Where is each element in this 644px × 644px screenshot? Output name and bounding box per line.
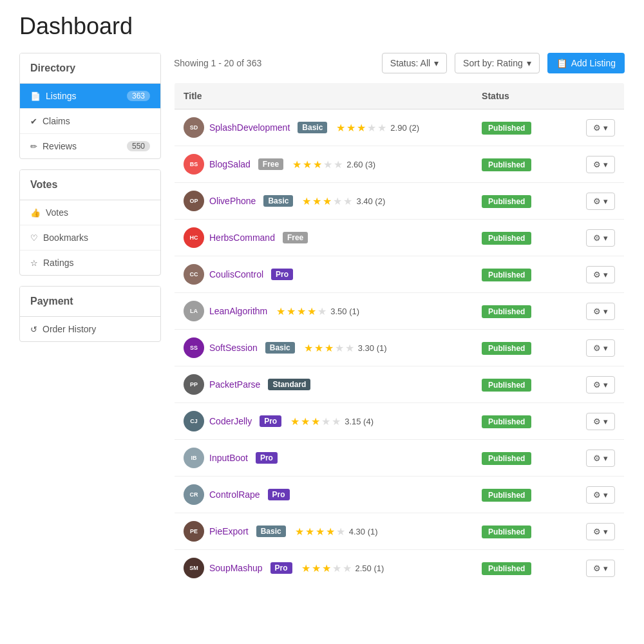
avatar: CR bbox=[184, 484, 204, 505]
listing-badge: Basic bbox=[265, 342, 295, 354]
listing-action-button[interactable]: ⚙ ▾ bbox=[586, 486, 615, 504]
listing-action-cell: ⚙ ▾ bbox=[573, 146, 625, 183]
listing-name[interactable]: BlogSalad bbox=[209, 159, 251, 169]
listing-name[interactable]: ControlRape bbox=[209, 489, 260, 500]
add-listing-button[interactable]: 📋 Add Listing bbox=[547, 53, 625, 73]
listing-action-button[interactable]: ⚙ ▾ bbox=[586, 229, 615, 247]
listing-action-cell: ⚙ ▾ bbox=[573, 183, 625, 220]
listing-name[interactable]: OlivePhone bbox=[209, 196, 256, 206]
listing-name-wrapper: SD SplashDevelopment Basic ★★★★★2.90 (2) bbox=[184, 117, 464, 138]
listing-name[interactable]: CoderJelly bbox=[209, 416, 252, 426]
star-5: ★ bbox=[343, 195, 352, 207]
avatar-text: CR bbox=[190, 491, 198, 498]
listing-action-button[interactable]: ⚙ ▾ bbox=[586, 193, 615, 210]
listing-name[interactable]: SplashDevelopment bbox=[209, 122, 290, 133]
listing-action-button[interactable]: ⚙ ▾ bbox=[586, 450, 615, 467]
main-header: Showing 1 - 20 of 363 Status: All ▾ Sort… bbox=[174, 53, 625, 73]
star-4: ★ bbox=[321, 415, 330, 428]
listing-name[interactable]: PacketParse bbox=[209, 379, 260, 390]
listing-action-cell: ⚙ ▾ bbox=[573, 477, 625, 513]
table-row: CC CoulisControl Pro Published ⚙ ▾ bbox=[175, 256, 625, 293]
star-4: ★ bbox=[323, 158, 332, 171]
listing-name[interactable]: InputBoot bbox=[209, 453, 248, 463]
sidebar-section-votes: Votes 👍 Votes ♡ Bookmarks ☆ Ratings bbox=[19, 169, 161, 276]
action-chevron-icon: ▾ bbox=[603, 527, 608, 536]
listing-name-wrapper: BS BlogSalad Free ★★★★★2.60 (3) bbox=[184, 154, 464, 175]
listing-status-cell: Published bbox=[473, 366, 573, 403]
listing-title-cell: SM SoupMashup Pro ★★★★★2.50 (1) bbox=[175, 550, 473, 587]
stars: ★★★★★3.40 (2) bbox=[302, 195, 385, 207]
listing-name-wrapper: CJ CoderJelly Pro ★★★★★3.15 (4) bbox=[184, 411, 464, 431]
listing-title-cell: CC CoulisControl Pro bbox=[175, 256, 473, 293]
listing-status-cell: Published bbox=[473, 183, 573, 220]
listing-status-cell: Published bbox=[473, 403, 573, 440]
avatar-text: CJ bbox=[190, 418, 198, 424]
status-badge: Published bbox=[482, 489, 531, 502]
showing-text: Showing 1 - 20 of 363 bbox=[174, 58, 374, 68]
gear-icon: ⚙ bbox=[593, 527, 601, 536]
listings-label: Listings bbox=[46, 91, 76, 101]
sidebar-item-reviews[interactable]: ✏ Reviews 550 bbox=[20, 134, 160, 158]
listing-status-cell: Published bbox=[473, 477, 573, 513]
action-chevron-icon: ▾ bbox=[603, 160, 608, 169]
add-listing-label: Add Listing bbox=[571, 58, 616, 68]
action-chevron-icon: ▾ bbox=[603, 417, 608, 426]
star-1: ★ bbox=[336, 122, 345, 134]
listing-action-button[interactable]: ⚙ ▾ bbox=[586, 376, 615, 393]
gear-icon: ⚙ bbox=[593, 307, 601, 316]
listing-name[interactable]: PieExport bbox=[209, 526, 249, 536]
status-badge: Published bbox=[482, 195, 531, 208]
sidebar-item-listings[interactable]: 📄 Listings 363 bbox=[20, 84, 160, 109]
listing-name[interactable]: HerbsCommand bbox=[209, 232, 275, 243]
star-4: ★ bbox=[335, 342, 344, 354]
listing-badge: Pro bbox=[271, 269, 293, 280]
listing-badge: Basic bbox=[256, 526, 286, 537]
star-2: ★ bbox=[287, 305, 296, 317]
avatar-text: SM bbox=[189, 565, 198, 571]
table-row: PE PieExport Basic ★★★★★4.30 (1) Publish… bbox=[175, 513, 625, 550]
sidebar-item-ratings[interactable]: ☆ Ratings bbox=[20, 251, 160, 275]
listing-badge: Standard bbox=[268, 379, 310, 390]
gear-icon: ⚙ bbox=[593, 233, 601, 243]
star-3: ★ bbox=[322, 562, 331, 574]
listing-action-button[interactable]: ⚙ ▾ bbox=[586, 523, 615, 540]
star-2: ★ bbox=[346, 122, 355, 134]
action-chevron-icon: ▾ bbox=[603, 196, 608, 206]
sidebar-item-bookmarks[interactable]: ♡ Bookmarks bbox=[20, 225, 160, 251]
votes-label: Votes bbox=[46, 207, 68, 218]
listing-action-cell: ⚙ ▾ bbox=[573, 440, 625, 477]
listing-action-button[interactable]: ⚙ ▾ bbox=[586, 413, 615, 430]
action-chevron-icon: ▾ bbox=[603, 307, 608, 316]
listing-action-button[interactable]: ⚙ ▾ bbox=[586, 119, 615, 137]
action-chevron-icon: ▾ bbox=[603, 343, 608, 353]
status-filter-button[interactable]: Status: All ▾ bbox=[382, 53, 447, 73]
listing-title-cell: IB InputBoot Pro bbox=[175, 440, 473, 477]
order-history-icon: ↺ bbox=[30, 325, 37, 334]
listing-name[interactable]: SoupMashup bbox=[209, 563, 263, 573]
action-chevron-icon: ▾ bbox=[603, 490, 608, 500]
star-2: ★ bbox=[303, 158, 312, 171]
sidebar-item-claims[interactable]: ✔ Claims bbox=[20, 109, 160, 134]
listing-action-button[interactable]: ⚙ ▾ bbox=[586, 339, 615, 357]
sidebar-item-votes[interactable]: 👍 Votes bbox=[20, 200, 160, 225]
star-5: ★ bbox=[336, 526, 345, 538]
action-chevron-icon: ▾ bbox=[603, 270, 608, 279]
listing-action-cell: ⚙ ▾ bbox=[573, 293, 625, 330]
sidebar-item-order-history[interactable]: ↺ Order History bbox=[20, 317, 160, 341]
listing-name[interactable]: CoulisControl bbox=[209, 269, 263, 279]
star-4: ★ bbox=[332, 562, 341, 574]
table-row: IB InputBoot Pro Published ⚙ ▾ bbox=[175, 440, 625, 477]
sort-button[interactable]: Sort by: Rating ▾ bbox=[455, 53, 540, 73]
star-3: ★ bbox=[323, 195, 332, 207]
table-row: CJ CoderJelly Pro ★★★★★3.15 (4) Publishe… bbox=[175, 403, 625, 440]
listing-action-button[interactable]: ⚙ ▾ bbox=[586, 266, 615, 283]
listing-action-button[interactable]: ⚙ ▾ bbox=[586, 303, 615, 320]
listing-name[interactable]: LeanAlgorithm bbox=[209, 306, 267, 316]
action-chevron-icon: ▾ bbox=[603, 123, 608, 133]
star-4: ★ bbox=[367, 122, 376, 134]
star-1: ★ bbox=[292, 158, 301, 171]
listing-name[interactable]: SoftSession bbox=[209, 343, 258, 353]
listing-action-button[interactable]: ⚙ ▾ bbox=[586, 560, 615, 577]
listing-action-button[interactable]: ⚙ ▾ bbox=[586, 156, 615, 173]
listing-action-cell: ⚙ ▾ bbox=[573, 109, 625, 146]
